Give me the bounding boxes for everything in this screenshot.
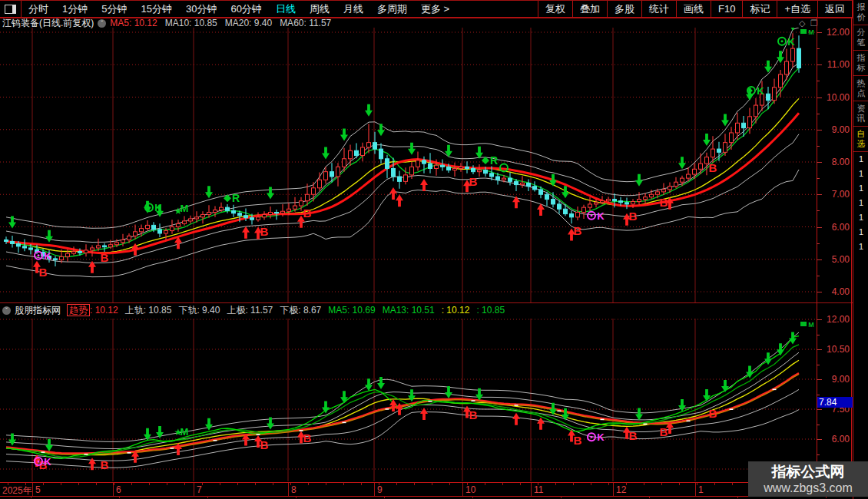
svg-text:B: B	[629, 210, 638, 223]
clipped-side-panel: 报价分笔指标热点资讯自选1111111	[853, 0, 868, 499]
svg-text:K: K	[44, 250, 51, 262]
minor-tick	[237, 483, 238, 485]
toolbar-button-1[interactable]: 叠加	[572, 1, 607, 17]
side-tab-5[interactable]: 自选	[853, 127, 868, 152]
side-tab-2[interactable]: 指标	[853, 51, 868, 76]
minor-tick	[379, 483, 379, 485]
minor-tick	[661, 483, 662, 485]
time-axis[interactable]: 2025年567891011121	[0, 482, 853, 497]
chevron-down-icon[interactable]: ˇ	[2, 306, 11, 315]
minor-tick	[396, 483, 397, 485]
toolbar-button-6[interactable]: 标记	[742, 1, 777, 17]
clipped-tick	[296, 496, 297, 498]
toolbar-button-0[interactable]: 复权	[538, 1, 572, 17]
clipped-tick	[561, 496, 562, 498]
month-label: 8	[291, 484, 297, 495]
period-tab-5[interactable]: 60分钟	[224, 2, 268, 16]
main-candle-chart[interactable]: BKBK★MRBBBRBKBBBKKM	[0, 28, 817, 302]
minor-tick	[25, 483, 26, 485]
toolbar-button-5[interactable]: F10	[711, 1, 742, 17]
minor-tick	[679, 483, 680, 485]
trend-indicator-chart[interactable]: BKB★MBBBBKBBBM	[0, 319, 817, 481]
toolbar-button-3[interactable]: 统计	[641, 1, 676, 17]
toolbar-button-2[interactable]: 多股	[607, 1, 641, 17]
ma-value-0: MA5: 10.12	[110, 18, 157, 28]
svg-text:K: K	[787, 36, 795, 48]
month-separator	[613, 483, 614, 496]
indicator-values: 趋势: 10.12上轨: 10.85下轨: 9.40上极: 11.57下极: 8…	[67, 304, 512, 317]
axis-tick	[817, 178, 820, 179]
indicator-legend-row: ˇ 股朋指标网 趋势: 10.12上轨: 10.85下轨: 9.40上极: 11…	[0, 304, 814, 317]
axis-tick	[817, 210, 820, 211]
year-label: 2025年	[2, 484, 32, 497]
period-tab-9[interactable]: 多周期	[370, 2, 414, 16]
indicator-item-6: MA13: 10.51	[383, 305, 435, 316]
chart-title-row: 江钨装备(日线.前复权) ˇ MA5: 10.12MA10: 10.85MA20…	[0, 18, 799, 28]
side-tab-1[interactable]: 分笔	[853, 25, 868, 51]
toolbar-button-8[interactable]: 返回	[817, 1, 853, 17]
period-tab-7[interactable]: 周线	[303, 2, 336, 16]
minor-tick	[608, 483, 609, 485]
month-separator	[531, 483, 532, 496]
month-separator	[288, 483, 289, 496]
minor-tick	[626, 483, 627, 485]
indicator-item-7: : 10.12	[442, 305, 470, 316]
toolbar-button-4[interactable]: 画线	[676, 1, 711, 17]
period-tab-8[interactable]: 月线	[336, 2, 370, 16]
minor-tick	[485, 483, 485, 485]
period-tab-3[interactable]: 15分钟	[134, 2, 178, 16]
svg-text:B: B	[574, 434, 582, 447]
panel-divider-line	[0, 302, 853, 303]
period-tab-0[interactable]: 分时	[22, 2, 55, 16]
toolbar-button-7[interactable]: +自选	[777, 1, 817, 17]
month-separator	[32, 483, 33, 496]
minor-tick	[697, 483, 697, 485]
svg-text:K: K	[597, 210, 605, 222]
clipped-tick	[472, 496, 473, 498]
svg-text:B: B	[260, 225, 269, 238]
axis-tick	[817, 81, 820, 81]
period-tab-6[interactable]: 日线	[269, 2, 303, 16]
period-tab-1[interactable]: 1分钟	[55, 2, 94, 16]
svg-text:B: B	[469, 408, 478, 421]
price-tick-label: 7.00	[819, 189, 850, 200]
minor-tick	[555, 483, 556, 485]
side-tab-0[interactable]: 报价	[853, 0, 868, 25]
period-tab-4[interactable]: 30分钟	[179, 2, 224, 16]
side-tab-3[interactable]: 热点	[853, 76, 868, 101]
indicator-item-2: 下轨: 9.40	[178, 305, 220, 316]
month-separator	[194, 483, 194, 496]
minor-tick	[43, 483, 44, 485]
price-tick-label: 6.00	[819, 222, 850, 233]
axis-tick	[817, 395, 820, 395]
side-tab-4[interactable]: 资讯	[853, 101, 868, 127]
minor-tick	[8, 483, 8, 485]
svg-text:B: B	[260, 438, 269, 451]
period-tab-10[interactable]: 更多 >	[414, 2, 456, 16]
price-axis-line	[817, 17, 817, 482]
axis-tick	[817, 48, 820, 49]
period-tab-2[interactable]: 5分钟	[94, 2, 134, 16]
svg-text:B: B	[574, 224, 582, 237]
minor-tick	[343, 483, 344, 485]
window-layout-button[interactable]	[0, 1, 22, 17]
toolbar-buttons: 复权叠加多股统计画线F10标记+自选返回	[538, 1, 853, 17]
trading-app-window: 分时1分钟5分钟15分钟30分钟60分钟日线周线月线多周期更多 > 复权叠加多股…	[0, 0, 868, 499]
minor-tick	[78, 483, 79, 485]
month-separator	[695, 483, 696, 496]
minor-tick	[326, 483, 326, 485]
svg-text:B: B	[709, 161, 717, 174]
month-separator	[374, 483, 375, 496]
chevron-down-icon[interactable]: ˇ	[98, 19, 106, 28]
minor-tick	[61, 483, 61, 485]
minor-tick	[308, 483, 309, 485]
price-tick-label: 10.00	[819, 92, 850, 103]
site-watermark: 指标公式网 www.zbgs3.com	[748, 461, 868, 497]
minor-tick	[414, 483, 415, 485]
minor-tick	[573, 483, 574, 485]
price-tick-label: 12.00	[819, 27, 850, 38]
price-tick-label: 10.50	[819, 344, 850, 355]
watermark-title: 指标公式网	[772, 464, 845, 481]
axis-tick	[817, 425, 820, 425]
svg-text:M: M	[808, 321, 814, 329]
